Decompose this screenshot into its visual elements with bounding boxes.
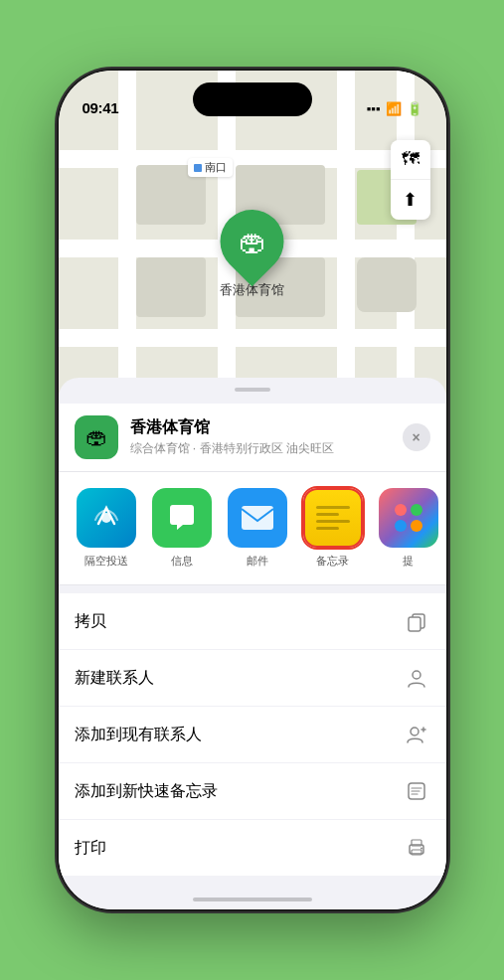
messages-label: 信息: [171, 554, 193, 569]
location-emoji: 🏟: [85, 424, 107, 450]
location-button[interactable]: ⬆: [391, 180, 430, 220]
map-type-button[interactable]: 🗺: [391, 140, 430, 180]
phone-screen: 南口 🏟 香港体育馆 🗺 ⬆ 09:41 ▪▪▪ 📶 🔋: [59, 71, 446, 909]
location-header: 🏟 香港体育馆 综合体育馆 · 香港特别行政区 油尖旺区 ×: [59, 404, 446, 472]
share-actions: 隔空投送 信息: [59, 472, 446, 585]
menu-item-add-notes[interactable]: 添加到新快速备忘录: [59, 763, 446, 820]
location-info: 香港体育馆 综合体育馆 · 香港特别行政区 油尖旺区: [130, 417, 430, 457]
menu-item-print[interactable]: 打印: [59, 820, 446, 876]
add-existing-icon: [403, 721, 430, 748]
notes-icon: [303, 488, 363, 548]
add-existing-label: 添加到现有联系人: [75, 725, 202, 745]
notes-lines-icon: [316, 506, 350, 530]
new-contact-icon: [403, 664, 430, 692]
notes-label: 备忘录: [316, 554, 349, 569]
print-label: 打印: [75, 838, 106, 859]
print-icon: [403, 834, 430, 862]
status-icons: ▪▪▪ 📶 🔋: [367, 101, 422, 116]
svg-rect-1: [242, 506, 273, 530]
add-notes-label: 添加到新快速备忘录: [75, 781, 218, 802]
svg-rect-7: [409, 617, 420, 631]
dynamic-island: [193, 82, 312, 116]
menu-item-new-contact[interactable]: 新建联系人: [59, 650, 446, 707]
phone-frame: 南口 🏟 香港体育馆 🗺 ⬆ 09:41 ▪▪▪ 📶 🔋: [59, 71, 446, 909]
signal-icon: ▪▪▪: [367, 101, 381, 116]
airdrop-icon: [77, 488, 136, 548]
svg-point-4: [395, 520, 407, 532]
svg-point-2: [395, 504, 407, 516]
new-contact-label: 新建联系人: [75, 668, 154, 689]
svg-point-5: [411, 520, 422, 532]
copy-icon: [403, 607, 430, 635]
action-more[interactable]: 提: [377, 488, 440, 569]
location-name: 香港体育馆: [130, 417, 430, 438]
menu-list: 拷贝 新建联系人: [59, 593, 446, 876]
add-notes-icon: [403, 777, 430, 805]
close-button[interactable]: ×: [403, 423, 430, 451]
mail-label: 邮件: [247, 554, 268, 569]
svg-point-8: [413, 671, 420, 679]
map-pin: 🏟 香港体育馆: [220, 210, 284, 299]
svg-point-9: [411, 728, 419, 735]
map-controls: 🗺 ⬆: [391, 140, 430, 220]
map-label: 南口: [188, 158, 233, 177]
copy-label: 拷贝: [75, 611, 106, 632]
messages-icon: [152, 488, 212, 548]
mail-icon: [228, 488, 287, 548]
wifi-icon: 📶: [386, 101, 402, 116]
bottom-sheet: 🏟 香港体育馆 综合体育馆 · 香港特别行政区 油尖旺区 ×: [59, 378, 446, 909]
svg-point-3: [411, 504, 422, 516]
location-icon: 🏟: [75, 415, 118, 459]
battery-icon: 🔋: [407, 101, 422, 116]
menu-item-add-existing[interactable]: 添加到现有联系人: [59, 707, 446, 763]
more-label: 提: [403, 554, 414, 569]
home-indicator: [193, 898, 312, 901]
svg-point-20: [420, 848, 422, 850]
location-description: 综合体育馆 · 香港特别行政区 油尖旺区: [130, 440, 430, 457]
status-time: 09:41: [83, 99, 119, 116]
action-messages[interactable]: 信息: [150, 488, 214, 569]
action-airdrop[interactable]: 隔空投送: [75, 488, 138, 569]
more-icon: [379, 488, 438, 548]
menu-item-copy[interactable]: 拷贝: [59, 593, 446, 650]
airdrop-label: 隔空投送: [84, 554, 128, 569]
action-notes[interactable]: 备忘录: [301, 488, 365, 569]
action-mail[interactable]: 邮件: [226, 488, 289, 569]
pin-icon: 🏟: [239, 226, 266, 258]
sheet-handle: [235, 388, 270, 392]
